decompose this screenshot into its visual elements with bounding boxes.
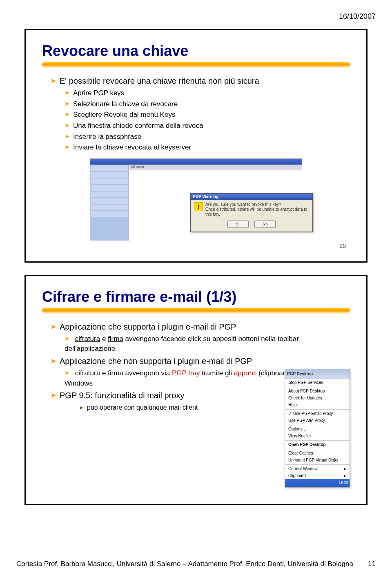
- slide1-b6: Inviare la chiave revocata al keyserver: [42, 143, 350, 153]
- app-workspace: All Keys PGP Warning Are you sure you wa…: [129, 165, 302, 241]
- b3-firma: firma: [108, 369, 123, 377]
- slide1-b5: Inserire la passphrase: [42, 132, 350, 142]
- slide1-b4: Una finestra chiede conferma della revoc…: [42, 121, 350, 131]
- tray-clear-caches[interactable]: Clear Caches: [285, 449, 350, 457]
- slide1-b3: Scegliere Revoke dal menu Keys: [42, 110, 350, 120]
- slide2-b0: Applicazione che supporta i plugin e-mai…: [42, 321, 303, 333]
- b3-appunti: appunti: [234, 369, 257, 377]
- page-date: 16/10/2007: [16, 12, 376, 21]
- slide-frame-2: Cifrare e firmare e-mail (1/3) Applicazi…: [24, 275, 368, 505]
- slide2-b3: cifratura e firma avvengono via PGP tray…: [42, 368, 303, 388]
- slide2-b1: cifratura e firma avvengono facendo clic…: [42, 334, 303, 354]
- slide1-b2: Selezionare la chiave da revocare: [42, 99, 350, 109]
- app-sidebar: [90, 165, 129, 241]
- key-list-header: All Keys: [129, 165, 302, 170]
- b3-post: avvengono via: [123, 369, 172, 377]
- title-underline: [42, 62, 350, 67]
- slide1-bullets: E' possibile revocare una chiave ritenut…: [42, 75, 350, 153]
- tray-current-window[interactable]: Current Window: [285, 464, 350, 472]
- tray-help[interactable]: Help: [285, 401, 350, 408]
- slide2-b4: PGP 9.5: funzionalità di mail proxy: [42, 390, 303, 401]
- taskbar: 19.26: [285, 479, 350, 487]
- no-button[interactable]: No: [254, 221, 276, 228]
- pgp-tray-menu: PGP Desktop Stop PGP Services About PGP …: [285, 369, 350, 488]
- page: 16/10/2007 Revocare una chiave E' possib…: [0, 0, 392, 573]
- b1-mid: e: [100, 335, 108, 343]
- dialog-line1: Are you sure you want to revoke this key…: [205, 202, 309, 207]
- tray-header: PGP Desktop: [285, 369, 350, 379]
- slide1-title: Revocare una chiave: [42, 42, 350, 60]
- yes-button[interactable]: Sì: [227, 221, 249, 228]
- dialog-title: PGP Warning: [191, 194, 312, 200]
- warning-icon: [194, 202, 203, 211]
- tray-email-proxy[interactable]: Use PGP Email Proxy: [285, 409, 350, 417]
- b3-mid: e: [100, 369, 108, 377]
- slide-1: Revocare una chiave E' possibile revocar…: [25, 30, 367, 262]
- dialog-body: Are you sure you want to revoke this key…: [191, 200, 312, 219]
- b3-tray: PGP tray: [172, 369, 200, 377]
- slide1-number: 20: [42, 243, 350, 249]
- b3-cifratura: cifratura: [75, 369, 100, 377]
- slide1-b0: E' possibile revocare una chiave ritenut…: [42, 75, 350, 87]
- slide1-b1: Aprire PGP keys: [42, 88, 350, 98]
- dialog-line2: Once distributed, others will be unable …: [205, 207, 309, 217]
- b1-firma: firma: [108, 335, 123, 343]
- tray-view-notifier[interactable]: View Notifier: [285, 433, 350, 439]
- tray-open-desktop[interactable]: Open PGP Desktop: [285, 440, 350, 448]
- embedded-screenshot-pgp: All Keys PGP Warning Are you sure you wa…: [90, 158, 302, 240]
- slide2-b2: Applicazione che non supporta i plugin e…: [42, 355, 303, 367]
- tray-options[interactable]: Options…: [285, 425, 350, 433]
- tray-check-updates[interactable]: Check for Updates…: [285, 395, 350, 401]
- title-underline: [42, 308, 350, 313]
- tray-unmount-disks[interactable]: Unmount PGP Virtual Disks: [285, 457, 350, 464]
- b1-cifratura: cifratura: [75, 335, 100, 343]
- tray-aim-proxy[interactable]: Use PGP AIM Proxy: [285, 417, 350, 424]
- tray-stop-services[interactable]: Stop PGP Services: [285, 379, 350, 386]
- app-titlebar: [90, 159, 302, 165]
- b3-post2: tramite gli: [200, 369, 234, 377]
- slide2-b5: può operare con qualunque mail client: [42, 403, 303, 412]
- pgp-warning-dialog: PGP Warning Are you sure you want to rev…: [190, 193, 313, 232]
- clock: 19.26: [339, 479, 350, 484]
- slide2-bullets: Applicazione che supporta i plugin e-mai…: [42, 321, 303, 412]
- slide2-title: Cifrare e firmare e-mail (1/3): [42, 288, 350, 305]
- tray-clipboard[interactable]: Clipboard: [285, 472, 350, 479]
- slide-frame-1: Revocare una chiave E' possibile revocar…: [24, 29, 368, 263]
- slide-2: Cifrare e firmare e-mail (1/3) Applicazi…: [25, 276, 367, 504]
- footer-page-number: 11: [368, 560, 376, 568]
- tray-about[interactable]: About PGP Desktop: [285, 387, 350, 395]
- footer-credit: Cortesia Prof. Barbara Masucci, Universi…: [16, 560, 353, 568]
- page-footer: Cortesia Prof. Barbara Masucci, Universi…: [16, 560, 376, 568]
